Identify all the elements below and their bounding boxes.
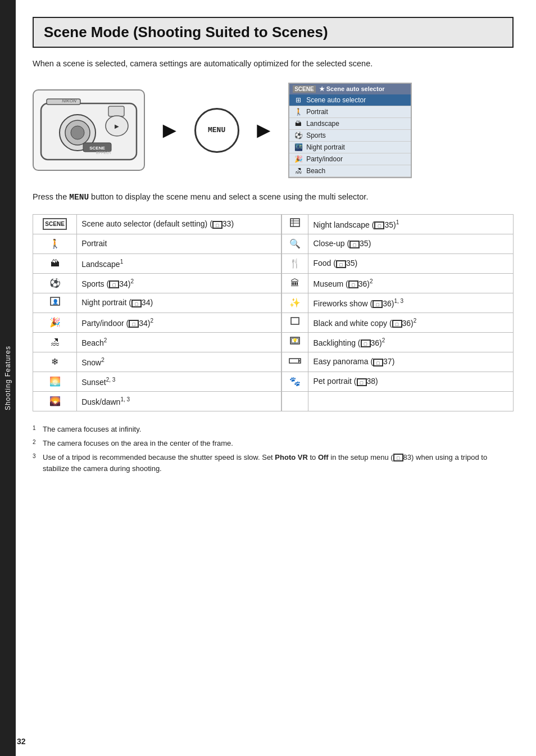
left-icon-3: 🏔 — [33, 253, 77, 273]
menu-icon-night: 🌃 — [294, 143, 303, 151]
left-label-10: Dusk/dawn1, 3 — [77, 391, 282, 411]
table-row: SCENE Scene auto selector (default setti… — [33, 214, 514, 234]
left-label-9: Sunset2, 3 — [77, 372, 282, 391]
menu-icon-auto: ⊞ — [294, 96, 303, 104]
left-label-7: Beach2 — [77, 332, 282, 352]
svg-text:NIKON: NIKON — [62, 98, 76, 103]
svg-text:👤: 👤 — [52, 298, 58, 305]
footnote-2: 2 The camera focuses on the area in the … — [33, 438, 514, 450]
svg-text:▶: ▶ — [115, 123, 119, 129]
menu-screen: SCENE ★ Scene auto selector ⊞ Scene auto… — [288, 83, 412, 178]
camera-svg: SCENE ▶ NIKON EFFECT — [35, 92, 142, 168]
menu-item-portrait-label: Portrait — [306, 108, 328, 116]
camera-diagram: SCENE ▶ NIKON EFFECT — [33, 89, 145, 171]
left-label-1: Scene auto selector (default setting) (□… — [77, 214, 282, 234]
svg-text:EFFECT: EFFECT — [96, 151, 112, 155]
fn-text-1: The camera focuses at infinity. — [43, 425, 141, 433]
left-icon-9: 🌅 — [33, 372, 77, 391]
footnote-3: 3 Use of a tripod is recommended because… — [33, 452, 514, 476]
left-icon-8: ❄ — [33, 352, 77, 372]
left-icon-1: SCENE — [33, 214, 77, 234]
right-icon-8 — [281, 352, 308, 372]
left-label-2: Portrait — [77, 234, 282, 253]
left-label-6: Party/indoor (□34)2 — [77, 313, 282, 332]
right-label-3: Food (□35) — [308, 253, 514, 273]
left-label-5: Night portrait (□34) — [77, 293, 282, 313]
menu-item-beach-label: Beach — [306, 167, 325, 175]
page-number: 32 — [17, 737, 26, 746]
main-content: Scene Mode (Shooting Suited to Scenes) W… — [16, 0, 536, 756]
menu-button-label: MENU — [208, 126, 225, 134]
diagram-row: SCENE ▶ NIKON EFFECT ► MENU ► — [33, 83, 514, 178]
menu-item-auto-label: Scene auto selector — [306, 96, 366, 104]
svg-text:💡: 💡 — [292, 338, 298, 343]
right-label-10 — [308, 391, 514, 411]
fn-text-3-pre: Use of a tripod is recommended because t… — [43, 453, 487, 473]
right-icon-6 — [281, 313, 308, 332]
svg-marker-23 — [298, 359, 300, 363]
fn-num-1: 1 — [33, 424, 36, 437]
title-box: Scene Mode (Shooting Suited to Scenes) — [33, 17, 514, 48]
footnote-1: 1 The camera focuses at infinity. — [33, 424, 514, 436]
right-label-1: Night landscape (□35)1 — [308, 214, 514, 234]
menu-button-circle: MENU — [194, 108, 239, 153]
intro-text: When a scene is selected, camera setting… — [33, 58, 514, 70]
menu-screen-header-icon: SCENE — [293, 85, 315, 93]
left-icon-6: 🎉 — [33, 313, 77, 332]
menu-screen-header-label: ★ Scene auto selector — [319, 85, 385, 93]
right-icon-3: 🍴 — [281, 253, 308, 273]
arrow-right-2: ► — [253, 117, 275, 143]
left-label-4: Sports (□34)2 — [77, 273, 282, 293]
right-icon-5: ✨ — [281, 293, 308, 313]
fn-text-2: The camera focuses on the area in the ce… — [43, 439, 233, 447]
menu-icon-beach: 🏖 — [294, 167, 303, 175]
left-icon-2: 🚶 — [33, 234, 77, 253]
table-row: ❄ Snow2 Easy panorama (□37) — [33, 352, 514, 372]
page-wrapper: Shooting Features Scene Mode (Shooting S… — [0, 0, 536, 756]
page-title: Scene Mode (Shooting Suited to Scenes) — [44, 24, 502, 41]
menu-screen-item-party: 🎉 Party/indoor — [289, 153, 411, 165]
right-label-5: Fireworks show (□36)1, 3 — [308, 293, 514, 313]
menu-label-bold: MENU — [69, 193, 89, 202]
menu-icon-landscape: 🏔 — [294, 120, 303, 128]
press-text-post: button to display the scene menu and sel… — [89, 192, 368, 201]
menu-icon-portrait: 🚶 — [294, 108, 303, 116]
left-icon-7: 🏖 — [33, 332, 77, 352]
menu-screen-item-portrait: 🚶 Portrait — [289, 106, 411, 118]
svg-rect-18 — [291, 318, 299, 324]
menu-screen-item-nightportrait: 🌃 Night portrait — [289, 142, 411, 153]
table-row: 👤 Night portrait (□34) ✨ Fireworks show … — [33, 293, 514, 313]
table-row: ⚽ Sports (□34)2 🏛 Museum (□36)2 — [33, 273, 514, 293]
right-label-4: Museum (□36)2 — [308, 273, 514, 293]
right-icon-2: 🔍 — [281, 234, 308, 253]
fn-num-2: 2 — [33, 438, 36, 451]
table-row: 🎉 Party/indoor (□34)2 Black and white co… — [33, 313, 514, 332]
right-icon-7: 💡 — [281, 332, 308, 352]
menu-screen-item-beach: 🏖 Beach — [289, 165, 411, 177]
table-row: 🌅 Sunset2, 3 🐾 Pet portrait (□38) — [33, 372, 514, 391]
menu-screen-header: SCENE ★ Scene auto selector — [289, 84, 411, 94]
svg-rect-12 — [290, 219, 299, 227]
footnotes: 1 The camera focuses at infinity. 2 The … — [33, 424, 514, 475]
right-icon-9: 🐾 — [281, 372, 308, 391]
svg-text:SCENE: SCENE — [89, 146, 105, 151]
right-label-6: Black and white copy (□36)2 — [308, 313, 514, 332]
left-label-8: Snow2 — [77, 352, 282, 372]
right-icon-10 — [281, 391, 308, 411]
table-row: 🏖 Beach2 💡 Backlighting (□36)2 — [33, 332, 514, 352]
menu-item-landscape-label: Landscape — [306, 120, 339, 128]
left-icon-10: 🌄 — [33, 391, 77, 411]
left-icon-5: 👤 — [33, 293, 77, 313]
table-row: 🚶 Portrait 🔍 Close-up (□35) — [33, 234, 514, 253]
right-icon-1 — [281, 214, 308, 234]
table-row: 🏔 Landscape1 🍴 Food (□35) — [33, 253, 514, 273]
sidebar: Shooting Features — [0, 0, 16, 756]
left-label-3: Landscape1 — [77, 253, 282, 273]
arrow-right-1: ► — [158, 117, 181, 143]
menu-icon-party: 🎉 — [294, 155, 303, 163]
fn-num-3: 3 — [33, 452, 36, 465]
svg-rect-5 — [108, 106, 124, 116]
right-icon-4: 🏛 — [281, 273, 308, 293]
left-icon-4: ⚽ — [33, 273, 77, 293]
right-label-9: Pet portrait (□38) — [308, 372, 514, 391]
